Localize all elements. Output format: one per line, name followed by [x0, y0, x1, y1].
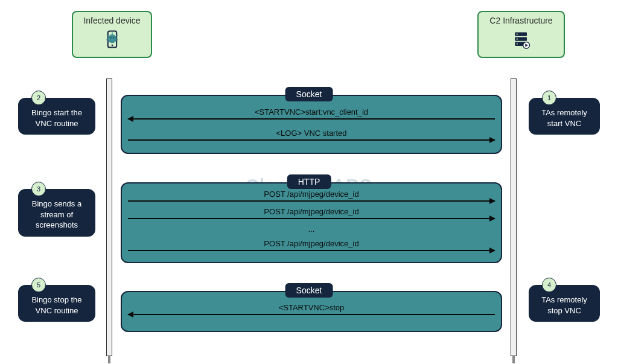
svg-point-14: [516, 39, 517, 40]
svg-point-1: [111, 45, 113, 46]
step-text: Bingo sends a stream of screenshots: [32, 199, 81, 229]
step-badge: 1: [542, 91, 556, 105]
arrow-right-icon: [128, 139, 495, 141]
message-label: POST /api/mjpeg/device_id: [128, 207, 495, 216]
arrow-right-icon: [128, 218, 495, 219]
arrow-right-icon: [128, 200, 495, 202]
svg-point-13: [516, 33, 517, 34]
step-badge: 2: [31, 91, 46, 105]
mobile-malware-icon: [81, 29, 142, 53]
step-note-right-4: 4 TAs remotely stop VNC: [529, 285, 600, 322]
box-header-socket-1: Socket: [285, 87, 333, 101]
lifeline-c2: [511, 78, 517, 356]
step-badge: 5: [31, 278, 46, 292]
message-label: <LOG> VNC started: [128, 129, 495, 138]
participant-title: Infected device: [81, 16, 142, 25]
step-text: TAs remotely stop VNC: [541, 295, 587, 315]
step-note-right-1: 1 TAs remotely start VNC: [529, 98, 600, 135]
step-note-left-5: 5 Bingo stop the VNC routine: [18, 285, 95, 322]
lifeline-stub: [108, 356, 110, 363]
arrow-left-icon: [128, 118, 495, 120]
step-note-left-3: 3 Bingo sends a stream of screenshots: [18, 189, 95, 237]
box-header-http: HTTP: [287, 174, 331, 189]
lifeline-stub: [512, 356, 515, 363]
svg-point-3: [110, 37, 111, 39]
message-label: <STARTVNC>start:vnc_client_id: [128, 107, 495, 117]
message-ellipsis: ...: [128, 225, 495, 234]
interaction-box-socket-1: [121, 95, 502, 154]
box-header-socket-2: Socket: [285, 283, 333, 298]
participant-infected-device: Infected device: [72, 11, 152, 58]
step-badge: 3: [31, 182, 46, 196]
server-icon: [487, 29, 555, 53]
lifeline-infected-device: [106, 78, 112, 356]
message-label: POST /api/mjpeg/device_id: [128, 190, 495, 199]
step-text: Bingo stop the VNC routine: [31, 295, 81, 315]
participant-c2-infrastructure: C2 Infrastructure: [477, 11, 565, 58]
step-text: Bingo start the VNC routine: [31, 108, 82, 128]
svg-point-2: [107, 34, 116, 43]
step-note-left-2: 2 Bingo start the VNC routine: [18, 98, 95, 135]
svg-point-15: [516, 43, 517, 45]
message-label: POST /api/mjpeg/device_id: [128, 239, 495, 248]
participant-title: C2 Infrastructure: [487, 16, 555, 25]
message-label: <STARTVNC>stop: [128, 303, 495, 312]
arrow-right-icon: [128, 250, 495, 251]
step-badge: 4: [542, 278, 556, 292]
arrow-left-icon: [128, 314, 495, 315]
svg-point-4: [113, 37, 114, 39]
step-text: TAs remotely start VNC: [541, 108, 587, 128]
